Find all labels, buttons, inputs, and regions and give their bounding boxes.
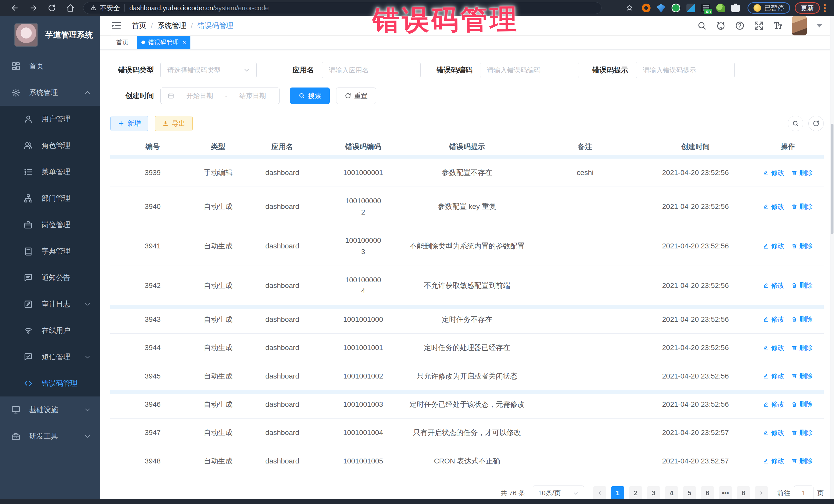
- extensions-puzzle-icon[interactable]: [731, 4, 740, 12]
- cell-actions: 修改删除: [752, 363, 824, 390]
- page-size-select[interactable]: 10条/页: [533, 485, 584, 500]
- cell-code: 1001001002: [323, 362, 403, 390]
- reload-icon[interactable]: [47, 3, 57, 13]
- security-label[interactable]: 不安全: [100, 4, 120, 13]
- sidebar-item-部门管理[interactable]: 部门管理: [0, 185, 100, 212]
- delete-link[interactable]: 删除: [791, 399, 813, 409]
- trash-icon: [791, 203, 797, 210]
- edit-link[interactable]: 修改: [763, 241, 785, 251]
- sidebar-item-岗位管理[interactable]: 岗位管理: [0, 212, 100, 238]
- github-icon[interactable]: [716, 21, 726, 30]
- edit-icon: [763, 373, 769, 379]
- delete-link[interactable]: 删除: [791, 241, 813, 251]
- edit-link[interactable]: 修改: [763, 399, 785, 409]
- error-message-input[interactable]: [636, 62, 735, 78]
- scrollbar-thumb[interactable]: [831, 124, 833, 234]
- forward-icon[interactable]: [28, 3, 38, 13]
- toggle-search-icon[interactable]: [788, 116, 803, 131]
- delete-link[interactable]: 删除: [791, 201, 813, 212]
- delete-link[interactable]: 删除: [791, 343, 813, 353]
- refresh-icon[interactable]: [808, 116, 824, 131]
- paused-badge[interactable]: 已暂停: [748, 2, 790, 14]
- cell-code: 1001001003: [323, 390, 403, 418]
- tab-home[interactable]: 首页: [111, 36, 134, 49]
- fullscreen-icon[interactable]: [754, 21, 764, 30]
- page-button-5[interactable]: 5: [683, 486, 696, 500]
- help-icon[interactable]: [735, 21, 745, 30]
- home-icon[interactable]: [65, 3, 75, 13]
- edit-link[interactable]: 修改: [763, 428, 785, 438]
- scrollbar[interactable]: [830, 16, 834, 499]
- active-dot-icon: [141, 41, 145, 44]
- cell-message: CRON 表达式不正确: [403, 447, 531, 475]
- error-code-input[interactable]: [480, 62, 579, 78]
- sidebar-item-审计日志[interactable]: 审计日志: [0, 291, 100, 317]
- tab-error-code[interactable]: 错误码管理 ×: [137, 36, 191, 49]
- edit-link[interactable]: 修改: [763, 371, 785, 381]
- sidebar-item-通知公告[interactable]: 通知公告: [0, 264, 100, 291]
- reset-button[interactable]: 重置: [336, 88, 376, 104]
- page-button-6[interactable]: 6: [701, 486, 714, 500]
- update-button[interactable]: 更新: [795, 2, 820, 14]
- delete-link[interactable]: 删除: [791, 280, 813, 290]
- sidebar-item-字典管理[interactable]: 字典管理: [0, 238, 100, 264]
- delete-link[interactable]: 删除: [791, 456, 813, 466]
- browser-menu-icon[interactable]: [824, 4, 826, 12]
- delete-link[interactable]: 删除: [791, 371, 813, 381]
- edit-link[interactable]: 修改: [763, 168, 785, 178]
- breadcrumb-system[interactable]: 系统管理: [158, 21, 186, 30]
- edit-link[interactable]: 修改: [763, 343, 785, 353]
- add-button[interactable]: 新增: [110, 116, 148, 131]
- sidebar-item-系统管理[interactable]: 系统管理: [0, 79, 100, 106]
- extension-icon[interactable]: [642, 4, 651, 12]
- address-bar[interactable]: 不安全 dashboard.yudao.iocoder.cn/system/er…: [83, 2, 601, 14]
- bookmark-star-icon[interactable]: [624, 3, 634, 13]
- search-icon[interactable]: [697, 21, 707, 30]
- user-avatar[interactable]: [792, 16, 807, 36]
- sidebar-item-在线用户[interactable]: 在线用户: [0, 317, 100, 344]
- edit-link[interactable]: 修改: [763, 201, 785, 212]
- close-tab-icon[interactable]: ×: [182, 39, 186, 46]
- sidebar-item-基础设施[interactable]: 基础设施: [0, 396, 100, 423]
- app-logo[interactable]: 芋道管理系统: [0, 16, 100, 53]
- sidebar-item-研发工具[interactable]: 研发工具: [0, 423, 100, 450]
- search-button[interactable]: 搜索: [290, 88, 330, 104]
- goto-page-input[interactable]: [794, 485, 813, 500]
- sidebar-item-短信管理[interactable]: 短信管理: [0, 344, 100, 370]
- edit-link[interactable]: 修改: [763, 456, 785, 466]
- edit-link[interactable]: 修改: [763, 314, 785, 324]
- sidebar-toggle-icon[interactable]: [111, 20, 122, 31]
- sidebar-item-错误码管理[interactable]: 错误码管理: [0, 370, 100, 396]
- app-name-input[interactable]: [322, 62, 421, 78]
- next-page-icon[interactable]: [755, 486, 768, 500]
- export-button[interactable]: 导出: [155, 116, 193, 131]
- page-button-8[interactable]: 8: [737, 486, 750, 500]
- breadcrumb-home[interactable]: 首页: [132, 21, 146, 30]
- page-button-2[interactable]: 2: [629, 486, 642, 500]
- error-type-select[interactable]: 请选择错误码类型: [160, 62, 257, 78]
- back-icon[interactable]: [10, 3, 20, 13]
- delete-link[interactable]: 删除: [791, 168, 813, 178]
- delete-link[interactable]: 删除: [791, 428, 813, 438]
- extension-icon[interactable]: [686, 4, 695, 12]
- page-button-3[interactable]: 3: [647, 486, 660, 500]
- date-range-picker[interactable]: 开始日期 - 结束日期: [160, 88, 280, 104]
- table-stripe-band: [110, 155, 824, 159]
- extension-icon[interactable]: on: [701, 4, 710, 12]
- sidebar-item-角色管理[interactable]: 角色管理: [0, 132, 100, 159]
- chevron-down-icon[interactable]: [816, 24, 822, 27]
- sidebar-item-用户管理[interactable]: 用户管理: [0, 106, 100, 132]
- cell-actions: 修改删除: [752, 272, 824, 299]
- sidebar-item-首页[interactable]: 首页: [0, 53, 100, 79]
- delete-link[interactable]: 删除: [791, 314, 813, 324]
- extension-icon[interactable]: [672, 4, 680, 12]
- prev-page-icon[interactable]: [593, 486, 607, 500]
- sidebar-item-菜单管理[interactable]: 菜单管理: [0, 159, 100, 185]
- page-more-icon[interactable]: •••: [719, 486, 732, 500]
- extension-gem-icon[interactable]: [657, 4, 665, 12]
- page-button-1[interactable]: 1: [611, 486, 624, 500]
- font-size-icon[interactable]: [773, 21, 783, 30]
- extension-key-icon[interactable]: [716, 4, 725, 12]
- page-button-4[interactable]: 4: [665, 486, 678, 500]
- edit-link[interactable]: 修改: [763, 280, 785, 290]
